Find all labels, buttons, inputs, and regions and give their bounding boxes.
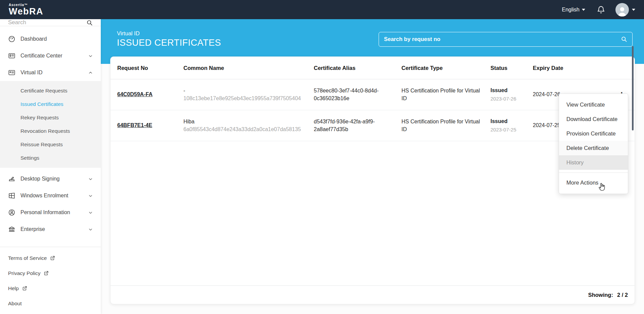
chevron-down-icon xyxy=(88,54,93,58)
certificate-card-icon xyxy=(8,52,15,60)
submenu-item-settings[interactable]: Settings xyxy=(0,151,101,165)
person-silhouette-icon xyxy=(616,5,628,16)
link-label: Terms of Service xyxy=(8,255,47,261)
top-navbar: Ascertia™ WebRA English xyxy=(0,0,644,19)
external-link-icon xyxy=(50,256,55,261)
link-label: About xyxy=(8,301,22,307)
virtual-id-submenu: Certificate Requests Issued Certificates… xyxy=(0,81,101,168)
link-terms-of-service[interactable]: Terms of Service xyxy=(0,250,101,266)
column-header-certificate-alias: Certificate Alias xyxy=(314,65,401,71)
desktop-signing-icon xyxy=(8,175,15,183)
column-header-common-name: Common Name xyxy=(183,65,314,71)
sidebar-item-label: Personal Information xyxy=(20,209,70,215)
certificate-alias-cell: d543f7fd-936e-42fa-a9f9-2a8aef77d35b xyxy=(314,113,401,138)
request-search-input[interactable] xyxy=(384,36,621,42)
breadcrumb: Virtual ID xyxy=(117,30,221,37)
person-circle-icon xyxy=(8,209,15,216)
common-name: - xyxy=(183,87,304,95)
menu-item-delete-certificate[interactable]: Delete Certificate xyxy=(559,141,628,155)
sidebar-item-label: Virtual ID xyxy=(20,70,43,76)
status-cell: Issued 2023-07-25 xyxy=(490,113,533,138)
link-help[interactable]: Help xyxy=(0,281,101,296)
product-name: WebRA xyxy=(9,7,43,16)
common-name: Hiba xyxy=(183,118,304,126)
chevron-down-icon xyxy=(88,177,93,181)
app-logo[interactable]: Ascertia™ WebRA xyxy=(9,3,43,16)
sidebar-item-enterprise[interactable]: Enterprise xyxy=(0,221,101,238)
virtual-id-icon xyxy=(8,69,15,76)
chevron-down-icon xyxy=(88,210,93,215)
user-menu[interactable] xyxy=(615,3,635,16)
showing-count: 2 / 2 xyxy=(617,292,628,298)
link-label: Help xyxy=(8,285,19,291)
menu-item-more-actions[interactable]: More Actions xyxy=(559,175,628,190)
certificate-alias-cell: 578eec80-3ef7-44c0-8d4d-0c365023b16e xyxy=(314,82,401,107)
vertical-scrollbar-thumb[interactable] xyxy=(632,46,634,130)
chevron-down-icon xyxy=(632,9,635,11)
windows-icon xyxy=(8,192,15,199)
menu-item-provision-certificate[interactable]: Provision Certificate xyxy=(559,126,628,141)
link-about[interactable]: About xyxy=(0,296,101,311)
sidebar-item-personal-information[interactable]: Personal Information xyxy=(0,204,101,221)
request-no-link[interactable]: 64C0D59A-FA xyxy=(117,91,153,97)
dashboard-icon xyxy=(8,35,15,43)
bank-icon xyxy=(8,226,15,233)
issued-certificates-card: Request No Common Name Certificate Alias… xyxy=(110,56,635,304)
sidebar-search-input[interactable] xyxy=(8,19,83,26)
certificate-type-cell: HS Certification Profile for Virtual ID xyxy=(401,82,490,107)
common-name-cell: Hiba 6a0f85543c4d874e243a33dd2a0ca1e07da… xyxy=(183,113,314,138)
status-date: 2023-07-25 xyxy=(490,126,523,133)
status-badge: Issued xyxy=(490,118,523,125)
sidebar-item-dashboard[interactable]: Dashboard xyxy=(0,31,101,47)
column-header-certificate-type: Certificate Type xyxy=(401,65,490,71)
status-badge: Issued xyxy=(490,87,523,94)
table-row: 64C0D59A-FA - 108c13ebe17e8e925eb43ec199… xyxy=(111,79,635,110)
external-link-icon xyxy=(44,271,49,276)
submenu-item-rekey-requests[interactable]: Rekey Requests xyxy=(0,111,101,124)
menu-item-history[interactable]: History xyxy=(559,155,628,170)
sidebar-footer: Terms of Service Privacy Policy Help Abo… xyxy=(0,247,101,314)
sidebar-item-windows-enrolment[interactable]: Windows Enrolment xyxy=(0,187,101,204)
menu-item-view-certificate[interactable]: View Certificate xyxy=(559,97,628,112)
chevron-down-icon xyxy=(582,9,585,11)
table-row: 64BFB7E1-4E Hiba 6a0f85543c4d874e243a33d… xyxy=(111,110,635,141)
request-search-box xyxy=(379,32,633,47)
common-name-cell: - 108c13ebe17e8e925eb43ec19955a739f75054… xyxy=(183,82,314,107)
column-header-expiry-date: Expiry Date xyxy=(533,65,618,71)
language-label: English xyxy=(562,7,579,13)
showing-label: Showing: xyxy=(588,292,613,298)
external-link-icon xyxy=(22,286,27,291)
submenu-item-issued-certificates[interactable]: Issued Certificates xyxy=(0,97,101,111)
language-selector[interactable]: English xyxy=(562,7,585,13)
column-header-status: Status xyxy=(490,65,533,71)
link-privacy-policy[interactable]: Privacy Policy xyxy=(0,266,101,281)
sidebar-item-label: Desktop Signing xyxy=(20,176,60,182)
brand-name: Ascertia™ xyxy=(9,3,43,7)
common-name-id: 6a0f85543c4d874e243a33dd2a0ca1e07da58135 xyxy=(183,126,304,133)
table-footer: Showing: 2 / 2 xyxy=(111,285,635,304)
sidebar-item-label: Certificate Center xyxy=(20,53,62,59)
sidebar-item-label: Windows Enrolment xyxy=(20,193,68,199)
sidebar-item-label: Enterprise xyxy=(20,226,45,232)
submenu-item-revocation-requests[interactable]: Revocation Requests xyxy=(0,124,101,138)
submenu-item-certificate-requests[interactable]: Certificate Requests xyxy=(0,84,101,97)
app-shell: Dashboard Certificate Center Virtual ID xyxy=(0,19,644,314)
menu-item-download-certificate[interactable]: Download Certificate xyxy=(559,112,628,126)
sidebar-nav: Dashboard Certificate Center Virtual ID xyxy=(0,26,101,238)
search-icon[interactable] xyxy=(86,19,93,26)
search-icon[interactable] xyxy=(621,36,627,42)
request-no-link[interactable]: 64BFB7E1-4E xyxy=(117,122,152,128)
sidebar: Dashboard Certificate Center Virtual ID xyxy=(0,19,101,314)
table-header-row: Request No Common Name Certificate Alias… xyxy=(111,57,635,79)
sidebar-item-virtual-id[interactable]: Virtual ID xyxy=(0,64,101,81)
sidebar-item-desktop-signing[interactable]: Desktop Signing xyxy=(0,170,101,187)
sidebar-search xyxy=(0,19,101,26)
sidebar-item-label: Dashboard xyxy=(20,36,47,42)
submenu-item-reissue-requests[interactable]: Reissue Requests xyxy=(0,138,101,151)
notifications-button[interactable] xyxy=(597,5,605,14)
common-name-id: 108c13ebe17e8e925eb43ec19955a739f7505404 xyxy=(183,95,304,103)
row-actions-context-menu: View Certificate Download Certificate Pr… xyxy=(559,93,628,194)
status-cell: Issued 2023-07-26 xyxy=(490,82,533,107)
sidebar-item-certificate-center[interactable]: Certificate Center xyxy=(0,47,101,64)
menu-divider xyxy=(559,172,628,173)
